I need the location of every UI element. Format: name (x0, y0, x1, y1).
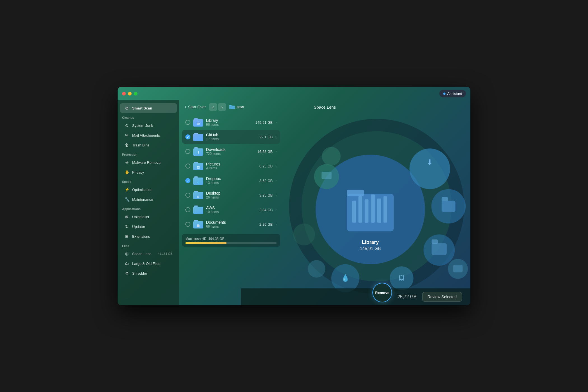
app-layout: ⊙ Smart Scan Cleanup ⊙ System Junk ✉ Mai… (118, 87, 470, 305)
review-selected-button[interactable]: Review Selected (422, 292, 462, 302)
sidebar-item-privacy[interactable]: ✋ Privacy (120, 167, 177, 177)
svg-rect-1 (229, 105, 232, 106)
file-size: 145,91 GB (255, 120, 273, 125)
sidebar-item-mail-attachments[interactable]: ✉ Mail Attachments (120, 130, 177, 140)
file-name: Documents (206, 220, 256, 225)
sidebar-item-smart-scan[interactable]: ⊙ Smart Scan (120, 103, 177, 113)
file-count: 96 items (206, 123, 253, 127)
file-count: 4 items (206, 166, 256, 170)
svg-text:💧: 💧 (341, 274, 350, 282)
folder-icon-library: 🏛 (193, 118, 203, 127)
nav-back-button[interactable]: ‹ (209, 103, 217, 111)
file-item-dropbox[interactable]: ✓ 💧 Dropbox 13 items 3,62 GB › (182, 174, 280, 188)
sidebar-item-shredder[interactable]: ⚙ Shredder (120, 269, 177, 278)
smart-scan-icon: ⊙ (124, 106, 129, 111)
file-checkbox-downloads[interactable] (185, 149, 190, 154)
file-item-pictures[interactable]: 🖼 Pictures 4 items 6,25 GB › (182, 159, 280, 173)
breadcrumb: start (229, 105, 244, 109)
maximize-button[interactable] (134, 92, 137, 95)
remove-button[interactable]: Remove (372, 283, 392, 302)
sidebar-label: Extensions (132, 234, 150, 239)
start-over-button[interactable]: ‹ Start Over (185, 104, 206, 109)
assistant-button[interactable]: Assistant (439, 90, 466, 97)
svg-rect-7 (352, 201, 356, 223)
sidebar-item-large-old-files[interactable]: 🗂 Large & Old Files (120, 259, 177, 268)
svg-rect-11 (377, 199, 381, 223)
maintenance-icon: 🔧 (124, 197, 129, 202)
file-info-dropbox: Dropbox 13 items (206, 176, 256, 185)
folder-icon-github (193, 133, 203, 141)
file-size: 3,62 GB (259, 179, 273, 183)
svg-rect-12 (384, 196, 387, 223)
title-bar: Assistant (118, 87, 470, 100)
file-size: 2,26 GB (259, 222, 273, 227)
folder-icon-aws (193, 206, 203, 214)
disk-label: Macintosh HD: 494,38 GB (185, 237, 277, 241)
content-area: 🏛 Library 96 items 145,91 GB › ✓ (179, 114, 470, 305)
folder-icon-pictures: 🖼 (193, 162, 203, 170)
file-checkbox-documents[interactable] (185, 222, 190, 227)
file-count: 26 items (206, 195, 256, 199)
file-name: GitHub (206, 133, 256, 137)
sidebar-item-optimization[interactable]: ⚡ Optimization (120, 185, 177, 194)
file-item-library[interactable]: 🏛 Library 96 items 145,91 GB › (182, 115, 280, 129)
svg-text:🖼: 🖼 (398, 275, 405, 282)
disk-bar-fill (185, 242, 227, 244)
sidebar-label: Optimization (132, 188, 152, 192)
close-button[interactable] (122, 92, 126, 95)
file-item-aws[interactable]: AWS 10 items 2,84 GB › (182, 203, 280, 217)
file-checkbox-github[interactable]: ✓ (185, 134, 190, 139)
file-item-github[interactable]: ✓ GitHub 17 items 22,1 GB › (182, 130, 280, 144)
large-old-files-icon: 🗂 (124, 261, 129, 266)
sidebar-item-maintenance[interactable]: 🔧 Maintenance (120, 195, 177, 204)
breadcrumb-label: start (237, 105, 244, 109)
file-item-downloads[interactable]: ⬇ Downloads 720 items 16,58 GB › (182, 144, 280, 158)
file-item-desktop[interactable]: 🖥 Desktop 26 items 3,25 GB › (182, 188, 280, 202)
file-checkbox-pictures[interactable] (185, 164, 190, 169)
file-item-documents[interactable]: 📄 Documents 66 items 2,26 GB › (182, 217, 280, 231)
back-chevron-icon: ‹ (185, 104, 186, 109)
top-bar: ‹ Start Over ‹ › start Space Lens (179, 100, 470, 114)
sidebar-item-uninstaller[interactable]: ⊠ Uninstaller (120, 212, 177, 221)
sidebar-label: Trash Bins (132, 143, 150, 147)
sidebar-item-updater[interactable]: ↻ Updater (120, 222, 177, 231)
sidebar-item-system-junk[interactable]: ⊙ System Junk (120, 121, 177, 130)
svg-text:⬇: ⬇ (426, 158, 433, 167)
sidebar-item-malware-removal[interactable]: ☣ Malware Removal (120, 158, 177, 167)
sidebar-label: Space Lens (132, 252, 151, 256)
main-content: ‹ Start Over ‹ › start Space Lens (179, 100, 470, 305)
file-name: Library (206, 118, 253, 123)
chevron-right-icon: › (276, 193, 277, 197)
sidebar-item-trash-bins[interactable]: 🗑 Trash Bins (120, 140, 177, 150)
start-over-label: Start Over (188, 105, 206, 109)
minimize-button[interactable] (128, 92, 132, 95)
nav-forward-button[interactable]: › (218, 103, 226, 111)
svg-rect-23 (432, 243, 447, 255)
selected-size: 25,72 GB (398, 294, 417, 299)
chevron-right-icon: › (276, 222, 277, 226)
file-checkbox-dropbox[interactable]: ✓ (185, 178, 190, 183)
chevron-right-icon: › (276, 135, 277, 139)
file-checkbox-aws[interactable] (185, 207, 190, 212)
svg-rect-10 (371, 194, 375, 223)
sidebar-label: Privacy (132, 170, 144, 174)
mail-attachments-icon: ✉ (124, 133, 129, 138)
optimization-icon: ⚡ (124, 187, 129, 192)
sidebar-item-extensions[interactable]: ⊞ Extensions (120, 232, 177, 241)
sidebar-label: Large & Old Files (132, 262, 160, 266)
file-checkbox-desktop[interactable] (185, 193, 190, 198)
svg-rect-6 (347, 190, 364, 196)
svg-point-33 (322, 147, 341, 166)
sidebar-label: System Junk (132, 123, 153, 128)
remove-label: Remove (375, 291, 389, 295)
svg-rect-26 (453, 265, 463, 272)
file-info-pictures: Pictures 4 items (206, 162, 256, 170)
folder-icon-documents: 📄 (193, 220, 203, 228)
file-checkbox-library[interactable] (185, 120, 190, 125)
sidebar-item-space-lens[interactable]: ◎ Space Lens 411,61 GB (120, 249, 177, 258)
svg-rect-19 (442, 197, 448, 201)
sidebar-label: Shredder (132, 271, 147, 276)
section-label-cleanup: Cleanup (118, 113, 179, 120)
file-info-github: GitHub 17 items (206, 133, 256, 141)
chevron-right-icon: › (276, 208, 277, 212)
